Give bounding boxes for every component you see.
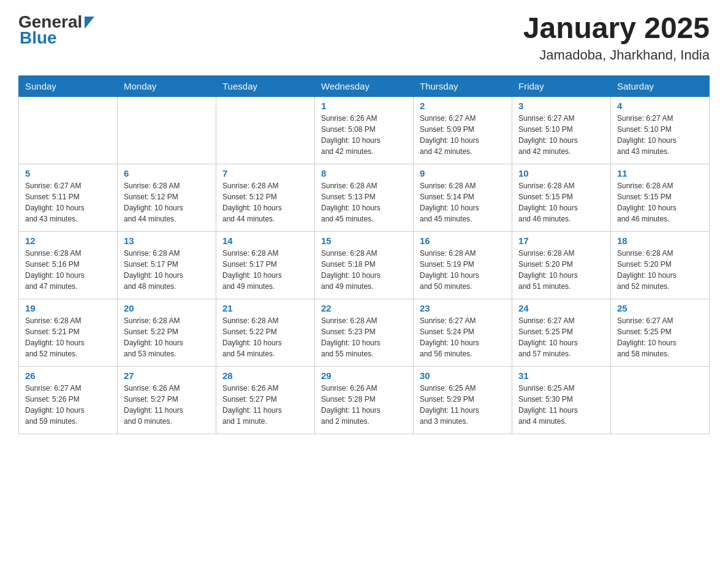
calendar-cell [216, 96, 315, 164]
calendar-cell: 7Sunrise: 6:28 AMSunset: 5:12 PMDaylight… [216, 164, 315, 231]
week-row-4: 19Sunrise: 6:28 AMSunset: 5:21 PMDayligh… [19, 299, 710, 366]
page-header: General Blue January 2025 Jamadoba, Jhar… [18, 12, 710, 63]
day-number: 2 [420, 101, 506, 111]
day-number: 31 [518, 370, 604, 381]
calendar-cell: 6Sunrise: 6:28 AMSunset: 5:12 PMDaylight… [118, 164, 216, 231]
month-title: January 2025 [523, 12, 710, 45]
day-number: 30 [420, 370, 506, 381]
weekday-header-saturday: Saturday [611, 75, 710, 96]
calendar-cell: 15Sunrise: 6:28 AMSunset: 5:18 PMDayligh… [315, 231, 414, 299]
day-info: Sunrise: 6:28 AMSunset: 5:22 PMDaylight:… [222, 315, 308, 359]
day-info: Sunrise: 6:25 AMSunset: 5:30 PMDaylight:… [518, 383, 604, 427]
calendar-cell: 14Sunrise: 6:28 AMSunset: 5:17 PMDayligh… [216, 231, 315, 299]
week-row-5: 26Sunrise: 6:27 AMSunset: 5:26 PMDayligh… [19, 366, 710, 434]
day-info: Sunrise: 6:27 AMSunset: 5:24 PMDaylight:… [420, 315, 506, 359]
calendar-cell: 5Sunrise: 6:27 AMSunset: 5:11 PMDaylight… [19, 164, 118, 231]
day-number: 12 [25, 236, 111, 246]
title-section: January 2025 Jamadoba, Jharkhand, India [523, 12, 710, 63]
day-info: Sunrise: 6:26 AMSunset: 5:08 PMDaylight:… [321, 113, 407, 157]
calendar-cell: 27Sunrise: 6:26 AMSunset: 5:27 PMDayligh… [118, 366, 216, 434]
day-number: 26 [25, 370, 111, 381]
day-info: Sunrise: 6:28 AMSunset: 5:15 PMDaylight:… [518, 180, 604, 224]
day-info: Sunrise: 6:27 AMSunset: 5:25 PMDaylight:… [617, 315, 703, 359]
day-info: Sunrise: 6:26 AMSunset: 5:27 PMDaylight:… [222, 383, 308, 427]
calendar-table: SundayMondayTuesdayWednesdayThursdayFrid… [18, 75, 710, 434]
calendar-cell: 13Sunrise: 6:28 AMSunset: 5:17 PMDayligh… [118, 231, 216, 299]
calendar-cell: 22Sunrise: 6:28 AMSunset: 5:23 PMDayligh… [315, 299, 414, 366]
day-number: 24 [518, 303, 604, 313]
calendar-cell: 8Sunrise: 6:28 AMSunset: 5:13 PMDaylight… [315, 164, 414, 231]
day-info: Sunrise: 6:27 AMSunset: 5:11 PMDaylight:… [25, 180, 111, 224]
day-number: 17 [518, 236, 604, 246]
day-info: Sunrise: 6:28 AMSunset: 5:19 PMDaylight:… [420, 248, 506, 292]
day-info: Sunrise: 6:25 AMSunset: 5:29 PMDaylight:… [420, 383, 506, 427]
calendar-cell: 20Sunrise: 6:28 AMSunset: 5:22 PMDayligh… [118, 299, 216, 366]
day-info: Sunrise: 6:28 AMSunset: 5:23 PMDaylight:… [321, 315, 407, 359]
day-number: 5 [25, 168, 111, 178]
calendar-cell: 10Sunrise: 6:28 AMSunset: 5:15 PMDayligh… [512, 164, 611, 231]
calendar-cell: 23Sunrise: 6:27 AMSunset: 5:24 PMDayligh… [414, 299, 512, 366]
day-number: 9 [420, 168, 506, 178]
day-info: Sunrise: 6:27 AMSunset: 5:10 PMDaylight:… [518, 113, 604, 157]
day-number: 11 [617, 168, 703, 178]
calendar-cell: 1Sunrise: 6:26 AMSunset: 5:08 PMDaylight… [315, 96, 414, 164]
day-number: 8 [321, 168, 407, 178]
calendar-cell: 18Sunrise: 6:28 AMSunset: 5:20 PMDayligh… [611, 231, 710, 299]
svg-marker-0 [85, 17, 94, 29]
calendar-cell: 9Sunrise: 6:28 AMSunset: 5:14 PMDaylight… [414, 164, 512, 231]
day-info: Sunrise: 6:27 AMSunset: 5:09 PMDaylight:… [420, 113, 506, 157]
calendar-cell: 17Sunrise: 6:28 AMSunset: 5:20 PMDayligh… [512, 231, 611, 299]
day-number: 29 [321, 370, 407, 381]
calendar-cell: 30Sunrise: 6:25 AMSunset: 5:29 PMDayligh… [414, 366, 512, 434]
logo: General Blue [18, 12, 94, 48]
day-info: Sunrise: 6:28 AMSunset: 5:13 PMDaylight:… [321, 180, 407, 224]
calendar-cell [611, 366, 710, 434]
logo-blue-text: Blue [20, 28, 57, 48]
day-info: Sunrise: 6:26 AMSunset: 5:28 PMDaylight:… [321, 383, 407, 427]
day-number: 19 [25, 303, 111, 313]
day-info: Sunrise: 6:28 AMSunset: 5:12 PMDaylight:… [124, 180, 210, 224]
calendar-cell: 12Sunrise: 6:28 AMSunset: 5:16 PMDayligh… [19, 231, 118, 299]
calendar-cell: 2Sunrise: 6:27 AMSunset: 5:09 PMDaylight… [414, 96, 512, 164]
calendar-cell: 4Sunrise: 6:27 AMSunset: 5:10 PMDaylight… [611, 96, 710, 164]
day-number: 21 [222, 303, 308, 313]
day-info: Sunrise: 6:28 AMSunset: 5:22 PMDaylight:… [124, 315, 210, 359]
day-info: Sunrise: 6:27 AMSunset: 5:25 PMDaylight:… [518, 315, 604, 359]
day-number: 3 [518, 101, 604, 111]
day-info: Sunrise: 6:28 AMSunset: 5:18 PMDaylight:… [321, 248, 407, 292]
calendar-cell: 26Sunrise: 6:27 AMSunset: 5:26 PMDayligh… [19, 366, 118, 434]
day-number: 28 [222, 370, 308, 381]
week-row-3: 12Sunrise: 6:28 AMSunset: 5:16 PMDayligh… [19, 231, 710, 299]
week-row-1: 1Sunrise: 6:26 AMSunset: 5:08 PMDaylight… [19, 96, 710, 164]
calendar-cell: 31Sunrise: 6:25 AMSunset: 5:30 PMDayligh… [512, 366, 611, 434]
day-info: Sunrise: 6:28 AMSunset: 5:17 PMDaylight:… [222, 248, 308, 292]
calendar-cell [19, 96, 118, 164]
calendar-cell: 11Sunrise: 6:28 AMSunset: 5:15 PMDayligh… [611, 164, 710, 231]
day-number: 23 [420, 303, 506, 313]
day-info: Sunrise: 6:28 AMSunset: 5:17 PMDaylight:… [124, 248, 210, 292]
week-row-2: 5Sunrise: 6:27 AMSunset: 5:11 PMDaylight… [19, 164, 710, 231]
location-title: Jamadoba, Jharkhand, India [523, 47, 710, 63]
day-info: Sunrise: 6:26 AMSunset: 5:27 PMDaylight:… [124, 383, 210, 427]
day-info: Sunrise: 6:27 AMSunset: 5:26 PMDaylight:… [25, 383, 111, 427]
day-number: 18 [617, 236, 703, 246]
calendar-cell: 16Sunrise: 6:28 AMSunset: 5:19 PMDayligh… [414, 231, 512, 299]
calendar-cell: 28Sunrise: 6:26 AMSunset: 5:27 PMDayligh… [216, 366, 315, 434]
day-info: Sunrise: 6:28 AMSunset: 5:16 PMDaylight:… [25, 248, 111, 292]
day-number: 16 [420, 236, 506, 246]
day-info: Sunrise: 6:28 AMSunset: 5:20 PMDaylight:… [617, 248, 703, 292]
logo-arrow-icon [85, 17, 94, 31]
day-info: Sunrise: 6:28 AMSunset: 5:21 PMDaylight:… [25, 315, 111, 359]
day-number: 25 [617, 303, 703, 313]
calendar-cell: 21Sunrise: 6:28 AMSunset: 5:22 PMDayligh… [216, 299, 315, 366]
day-info: Sunrise: 6:28 AMSunset: 5:15 PMDaylight:… [617, 180, 703, 224]
weekday-header-sunday: Sunday [19, 75, 118, 96]
weekday-header-friday: Friday [512, 75, 611, 96]
calendar-cell: 24Sunrise: 6:27 AMSunset: 5:25 PMDayligh… [512, 299, 611, 366]
calendar-cell: 25Sunrise: 6:27 AMSunset: 5:25 PMDayligh… [611, 299, 710, 366]
day-info: Sunrise: 6:27 AMSunset: 5:10 PMDaylight:… [617, 113, 703, 157]
day-number: 1 [321, 101, 407, 111]
day-number: 22 [321, 303, 407, 313]
weekday-header-wednesday: Wednesday [315, 75, 414, 96]
weekday-header-row: SundayMondayTuesdayWednesdayThursdayFrid… [19, 75, 710, 96]
